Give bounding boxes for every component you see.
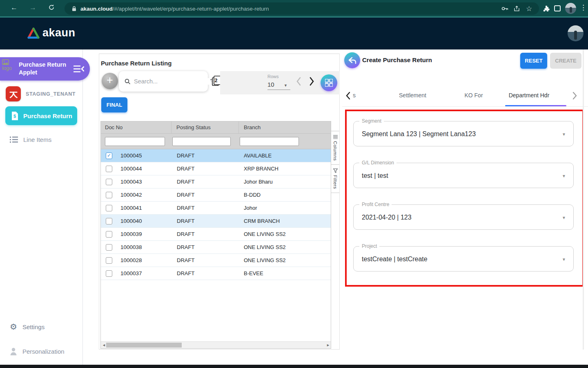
columns-label: Columns bbox=[333, 141, 338, 161]
filters-tab[interactable]: Filters bbox=[331, 165, 339, 193]
row-checkbox[interactable]: ✓ bbox=[106, 153, 112, 159]
sidebar-item-purchase-return[interactable]: $ Purchase Return bbox=[5, 106, 77, 125]
pagination-bar: Rows 10 ▼ bbox=[220, 71, 340, 94]
column-header-doc-no[interactable]: Doc No bbox=[101, 121, 172, 133]
scroll-left-arrow[interactable]: ◄ bbox=[102, 343, 106, 347]
bookmark-star-icon[interactable]: ☆ bbox=[526, 2, 532, 15]
field-project[interactable]: Project testCreate | testCreate ▼ bbox=[353, 246, 574, 272]
row-checkbox[interactable] bbox=[106, 179, 112, 185]
row-posting-status: DRAFT bbox=[172, 257, 239, 263]
row-checkbox[interactable] bbox=[106, 205, 112, 211]
akaun-logo[interactable]: akaun bbox=[27, 27, 76, 39]
row-checkbox[interactable] bbox=[106, 257, 112, 264]
previous-page-icon[interactable] bbox=[296, 76, 301, 86]
row-posting-status: DRAFT bbox=[172, 218, 239, 224]
browser-refresh-icon[interactable] bbox=[48, 4, 55, 11]
tab-settlement[interactable]: Settlement bbox=[383, 92, 442, 99]
dropdown-caret-icon[interactable]: ▼ bbox=[562, 215, 566, 220]
dropdown-caret-icon[interactable]: ▼ bbox=[562, 174, 566, 178]
table-row[interactable]: 1000043 DRAFT Johor Bharu bbox=[101, 175, 331, 188]
field-profit-centre[interactable]: Profit Centre 2021-04-20 | 123 ▼ bbox=[353, 204, 574, 230]
table-row[interactable]: 1000042 DRAFT B-DDD bbox=[101, 188, 331, 202]
tab-ko-for[interactable]: KO For bbox=[449, 92, 498, 99]
tab-s[interactable]: s bbox=[353, 92, 356, 99]
horizontal-scrollbar[interactable]: ◄ ► bbox=[101, 341, 331, 348]
sidebar-item-tenant[interactable]: STAGING_TENANT bbox=[6, 86, 76, 101]
detail-scrollbar[interactable] bbox=[583, 49, 584, 350]
sidebar-item-settings[interactable]: ⚙ Settings bbox=[10, 322, 45, 332]
row-checkbox[interactable] bbox=[106, 192, 112, 198]
row-doc-no: 1000038 bbox=[112, 244, 172, 250]
filter-input-doc-no[interactable] bbox=[105, 137, 165, 146]
table-row[interactable]: 1000041 DRAFT Johor bbox=[101, 202, 331, 215]
tabs-scroll-left-icon[interactable] bbox=[345, 92, 350, 100]
side-panel-icon[interactable] bbox=[554, 5, 561, 11]
row-checkbox[interactable] bbox=[106, 218, 112, 224]
table-header: Doc No Posting Status Branch bbox=[101, 121, 331, 134]
table-row[interactable]: 1000037 DRAFT B-EVEE bbox=[101, 267, 331, 280]
table-row[interactable]: 1000028 DRAFT ONE LIVING SS2 bbox=[101, 254, 331, 267]
table-row[interactable]: 1000044 DRAFT XRP BRANCH bbox=[101, 162, 331, 175]
address-bar[interactable]: akaun.cloud/#/applet/tnt/wavelet/erp/pur… bbox=[65, 2, 539, 15]
dropdown-caret-icon[interactable]: ▼ bbox=[562, 132, 566, 137]
final-button[interactable]: FINAL bbox=[101, 97, 127, 112]
row-checkbox[interactable] bbox=[106, 270, 112, 277]
next-page-icon[interactable] bbox=[309, 76, 315, 86]
field-label: Project bbox=[359, 243, 379, 249]
scroll-right-arrow[interactable]: ► bbox=[326, 343, 330, 347]
tabbar-divider bbox=[342, 106, 588, 107]
browser-profile-avatar[interactable] bbox=[565, 3, 576, 14]
scrollbar-thumb[interactable] bbox=[106, 343, 182, 348]
dropdown-caret-icon[interactable]: ▼ bbox=[562, 257, 566, 262]
password-key-icon[interactable] bbox=[501, 2, 508, 15]
field-label: G/L Dimension bbox=[359, 160, 396, 166]
search-input[interactable] bbox=[134, 78, 210, 85]
tabs-scroll-right-icon[interactable] bbox=[572, 92, 577, 100]
reset-button[interactable]: RESET bbox=[520, 53, 547, 69]
purchase-return-table: Doc No Posting Status Branch ✓ 1000045 D… bbox=[100, 121, 332, 349]
column-header-posting-status[interactable]: Posting Status bbox=[172, 121, 239, 133]
row-checkbox[interactable] bbox=[106, 231, 112, 238]
url-text: akaun.cloud/#/applet/tnt/wavelet/erp/pur… bbox=[80, 6, 269, 12]
filter-input-posting-status[interactable] bbox=[172, 137, 231, 146]
field-g-l-dimension[interactable]: G/L Dimension test | test ▼ bbox=[353, 163, 574, 188]
browser-back-icon[interactable]: ← bbox=[11, 4, 18, 12]
row-branch: AVAILABLE bbox=[239, 153, 331, 159]
browser-forward-icon[interactable]: → bbox=[29, 4, 36, 12]
filter-input-branch[interactable] bbox=[240, 137, 299, 146]
table-row[interactable]: ✓ 1000045 DRAFT AVAILABLE bbox=[101, 149, 331, 162]
row-branch: B-DDD bbox=[239, 192, 331, 198]
sidebar-item-line-items[interactable]: Line Items bbox=[10, 136, 51, 143]
table-row[interactable]: 1000040 DRAFT CRM BRANCH bbox=[101, 215, 331, 228]
search-box bbox=[119, 71, 208, 92]
app-header: akaun bbox=[0, 18, 588, 49]
add-record-button[interactable]: + bbox=[102, 73, 118, 89]
field-label: Segment bbox=[359, 118, 384, 124]
user-avatar[interactable] bbox=[568, 25, 584, 41]
applet-banner[interactable]: logo Purchase Return Applet bbox=[0, 57, 90, 81]
row-checkbox[interactable] bbox=[106, 166, 112, 172]
row-branch: Johor Bharu bbox=[239, 179, 331, 185]
extensions-icon[interactable] bbox=[543, 5, 550, 12]
row-checkbox[interactable] bbox=[106, 244, 112, 251]
table-row[interactable]: 1000038 DRAFT ONE LIVING SS2 bbox=[101, 241, 331, 254]
browser-menu-icon[interactable]: ⋮ bbox=[580, 3, 587, 12]
columns-tab[interactable]: Columns bbox=[331, 131, 339, 165]
row-posting-status: DRAFT bbox=[172, 192, 239, 198]
filters-label: Filters bbox=[333, 175, 338, 189]
table-row[interactable]: 1000039 DRAFT ONE LIVING SS2 bbox=[101, 228, 331, 241]
grid-view-button[interactable] bbox=[321, 74, 337, 91]
row-posting-status: DRAFT bbox=[172, 153, 239, 159]
sidebar-item-personalization[interactable]: Personalization bbox=[10, 348, 65, 355]
panel-title: Create Purchase Return bbox=[362, 56, 432, 63]
personalization-label: Personalization bbox=[22, 348, 65, 355]
back-button[interactable] bbox=[344, 52, 360, 68]
rows-caret-icon[interactable]: ▼ bbox=[284, 83, 287, 88]
collapse-sidebar-icon[interactable] bbox=[74, 65, 84, 73]
column-header-branch[interactable]: Branch bbox=[239, 121, 331, 133]
field-segment[interactable]: Segment Segment Lana 123 | Segment Lana1… bbox=[353, 121, 574, 146]
create-button[interactable]: CREATE bbox=[550, 53, 581, 69]
share-icon[interactable] bbox=[514, 2, 520, 15]
row-branch: ONE LIVING SS2 bbox=[239, 244, 331, 250]
tab-department-hdr[interactable]: Department Hdr bbox=[499, 92, 559, 99]
